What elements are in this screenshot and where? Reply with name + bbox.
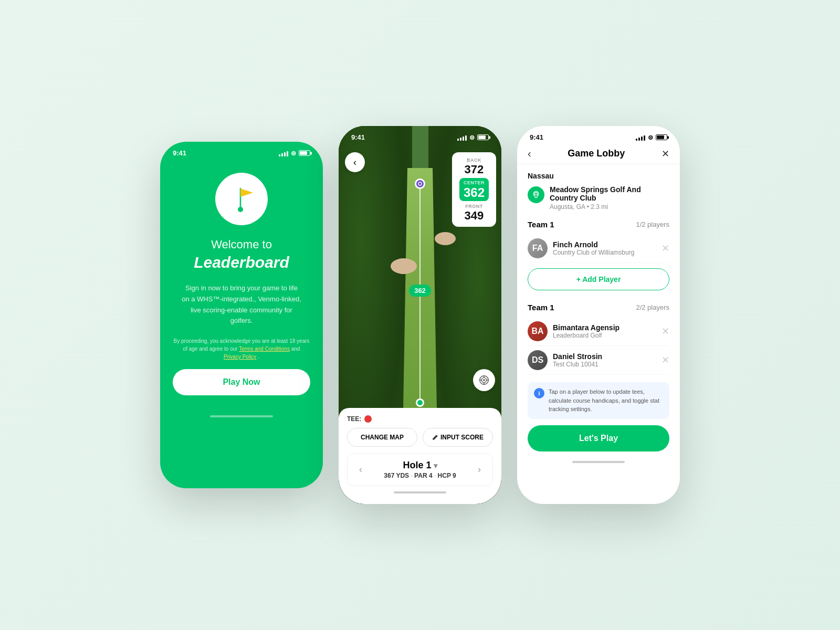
player-row-daniel[interactable]: DS Daniel Strosin Test Club 10041 ✕	[528, 346, 669, 375]
hole-dropdown-icon[interactable]: ▾	[434, 461, 437, 470]
signal-bar-1	[279, 154, 280, 156]
back-label: BACK	[459, 158, 489, 163]
avatar-placeholder-daniel: DS	[528, 350, 548, 370]
course-row: Meadow Springs Golf And Country Club Aug…	[528, 185, 669, 211]
player-info-finch: Finch Arnold Country Club of Williamsbur…	[553, 240, 656, 256]
sb-3c	[641, 136, 643, 141]
sand-trap-2	[435, 232, 456, 245]
center-label: CENTER	[464, 180, 485, 185]
time-1: 9:41	[173, 149, 186, 157]
change-map-button[interactable]: CHANGE MAP	[347, 428, 417, 447]
terms-link[interactable]: Terms and Conditions	[239, 346, 290, 352]
wifi-icon-2: ⊜	[469, 134, 475, 141]
play-now-button[interactable]: Play Now	[173, 369, 310, 395]
distance-badge: 362	[409, 285, 431, 297]
gps-icon	[478, 374, 490, 386]
tee-dot	[364, 415, 372, 423]
tee-label: TEE:	[347, 415, 361, 423]
course-name: Meadow Springs Golf And Country Club	[550, 185, 669, 202]
signal-bar-2c	[463, 136, 464, 141]
info-banner: i Tap on a player below to update tees, …	[528, 382, 669, 419]
player-name-bimantara: Bimantara Agensip	[553, 323, 656, 332]
avatar-placeholder-finch: FA	[528, 238, 548, 258]
hole-next-button[interactable]: ›	[474, 464, 485, 475]
nassau-label: Nassau	[528, 172, 669, 180]
course-info: Meadow Springs Golf And Country Club Aug…	[550, 185, 669, 211]
hole-info-main: Hole 1 ▾ 367 YDS · PAR 4 · HCP 9	[366, 460, 474, 479]
team-section-1: Team 1 1/2 players FA Finch Arnold Count…	[528, 220, 669, 296]
svg-point-1	[238, 207, 243, 212]
avatar-daniel: DS	[528, 350, 548, 370]
remove-player-daniel[interactable]: ✕	[662, 354, 669, 366]
add-player-button[interactable]: + Add Player	[528, 268, 669, 290]
remove-player-bimantara[interactable]: ✕	[662, 326, 669, 337]
avatar-finch: FA	[528, 238, 548, 258]
players-count-1: 1/2 players	[636, 220, 669, 228]
avatar-placeholder-bimantara: BA	[528, 321, 548, 341]
sb-3b	[638, 138, 640, 141]
signal-bar-4	[287, 151, 288, 156]
signal-bar-3	[284, 152, 286, 156]
lets-play-button[interactable]: Let's Play	[528, 425, 669, 452]
map-bottom-panel: TEE: CHANGE MAP INPUT SCORE ‹ Hole 1 ▾ 3…	[339, 408, 501, 504]
location-icon	[532, 191, 540, 199]
gps-button[interactable]	[473, 369, 495, 391]
home-indicator-1	[210, 415, 273, 417]
time-3: 9:41	[530, 133, 543, 141]
player-info-bimantara: Bimantara Agensip Leaderboard Golf	[553, 323, 656, 339]
home-indicator-3	[572, 461, 625, 463]
tee-marker	[416, 398, 424, 407]
battery-icon-1	[299, 150, 310, 156]
status-bar-1: 9:41 ⊜	[160, 142, 323, 157]
hole-prev-button[interactable]: ‹	[355, 464, 366, 475]
signal-bars-1	[279, 150, 288, 156]
phone-welcome: 9:41 ⊜ Welcome	[160, 142, 323, 488]
player-club-daniel: Test Club 10041	[553, 361, 656, 368]
lobby-header: ‹ Game Lobby ✕	[517, 141, 680, 164]
svg-point-7	[483, 379, 485, 381]
wifi-icon-3: ⊜	[648, 134, 653, 141]
player-row-finch[interactable]: FA Finch Arnold Country Club of Williams…	[528, 234, 669, 263]
privacy-link[interactable]: Privacy Policy	[224, 354, 256, 360]
pencil-icon	[432, 434, 438, 440]
golf-logo	[215, 173, 268, 225]
lobby-title: Game Lobby	[568, 148, 625, 159]
player-row-bimantara[interactable]: BA Bimantara Agensip Leaderboard Golf ✕	[528, 317, 669, 346]
player-name-finch: Finch Arnold	[553, 240, 656, 249]
hole-info-card: ‹ Hole 1 ▾ 367 YDS · PAR 4 · HCP 9 ›	[347, 453, 493, 486]
player-club-bimantara: Leaderboard Golf	[553, 332, 656, 339]
team-name-1: Team 1	[528, 220, 554, 229]
team-name-2: Team 1	[528, 303, 554, 312]
status-bar-2: 9:41 ⊜	[339, 126, 501, 141]
signal-bar-2d	[465, 135, 467, 141]
lobby-close-button[interactable]: ✕	[662, 148, 669, 160]
time-2: 9:41	[351, 133, 365, 141]
hole-title: Hole 1 ▾	[366, 460, 474, 471]
brand-name: Leaderboard	[194, 254, 289, 271]
player-name-daniel: Daniel Strosin	[553, 352, 656, 361]
battery-icon-3	[656, 134, 667, 140]
home-indicator-2	[394, 491, 446, 494]
welcome-desc: Sign in now to bring your game to life o…	[176, 283, 307, 327]
sb-3d	[644, 135, 645, 141]
battery-fill-1	[300, 151, 307, 155]
signal-bars-3	[636, 134, 645, 141]
sand-trap-1	[391, 258, 417, 274]
welcome-content: Welcome to Leaderboard Sign in now to br…	[160, 157, 323, 327]
map-back-button[interactable]: ‹	[345, 152, 365, 172]
welcome-title: Welcome to	[211, 238, 272, 251]
phone-map: 9:41 ⊜ 362 ‹ BACK 37	[339, 126, 501, 504]
remove-player-finch[interactable]: ✕	[662, 243, 669, 254]
lobby-back-button[interactable]: ‹	[528, 148, 531, 160]
hole-stats: 367 YDS · PAR 4 · HCP 9	[366, 472, 474, 479]
status-icons-2: ⊜	[457, 134, 489, 141]
tee-row: TEE:	[347, 415, 493, 423]
team-header-1: Team 1 1/2 players	[528, 220, 669, 229]
front-value: 349	[459, 210, 489, 222]
info-text: Tap on a player below to update tees, ca…	[549, 387, 663, 414]
course-icon	[528, 186, 544, 203]
team-section-2: Team 1 2/2 players BA Bimantara Agensip …	[528, 303, 669, 375]
hole-marker	[415, 178, 425, 189]
signal-bar-2	[281, 153, 283, 156]
input-score-button[interactable]: INPUT SCORE	[423, 428, 493, 447]
